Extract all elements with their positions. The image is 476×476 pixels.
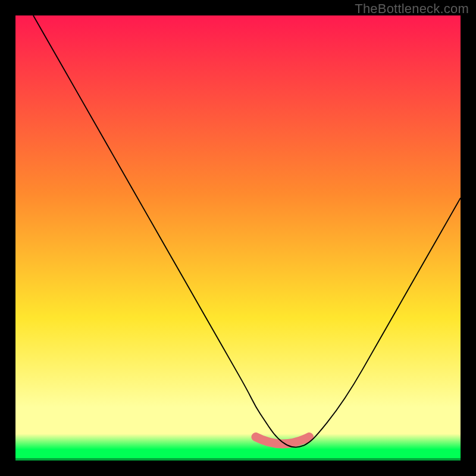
plot-area — [15, 15, 461, 461]
curve-layer — [15, 15, 461, 461]
bottleneck-curve — [33, 15, 461, 447]
watermark-text: TheBottleneck.com — [355, 1, 469, 17]
outer-frame: TheBottleneck.com — [0, 0, 476, 476]
